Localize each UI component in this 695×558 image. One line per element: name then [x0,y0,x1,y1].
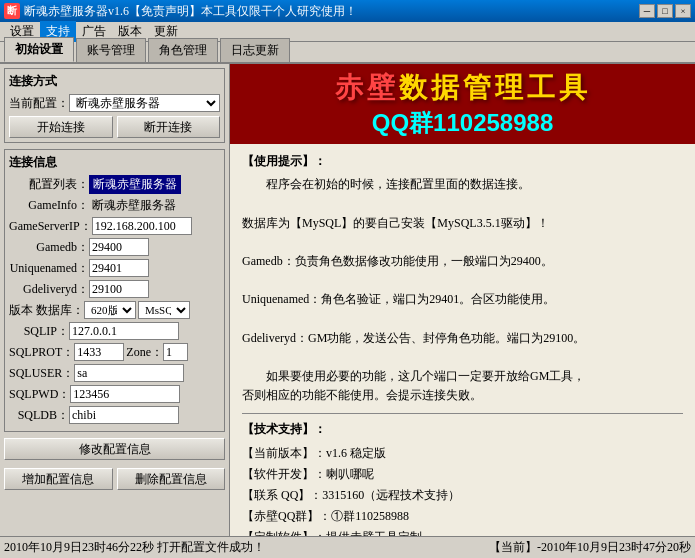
version-row: 版本 数据库： 620版本 MsSQL库 [9,301,220,319]
qq-text: QQ群110258988 [372,107,553,139]
gdeliveryd-label: Gdeliveryd： [9,281,89,298]
left-panel: 连接方式 当前配置： 断魂赤壁服务器 开始连接 断开连接 连接信息 配置列表： … [0,64,230,536]
usage-tip-5: Gdeliveryd：GM功能，发送公告、封停角色功能。端口为29100。 [242,329,683,348]
info-section: 连接信息 配置列表： 断魂赤壁服务器 GameInfo： 断魂赤壁服务器 Gam… [4,149,225,432]
gamedb-label: Gamedb： [9,239,89,256]
window-title: 断魂赤壁服务器v1.6【免责声明】本工具仅限干个人研究使用！ [24,3,639,20]
uniquenamed-label: Uniquenamed： [9,260,89,277]
config-list-row: 配置列表： 断魂赤壁服务器 [9,175,220,194]
start-connect-button[interactable]: 开始连接 [9,116,113,138]
delete-config-button[interactable]: 删除配置信息 [117,468,226,490]
modify-config-button[interactable]: 修改配置信息 [4,438,225,460]
uniquenamed-input[interactable] [89,259,149,277]
tab-bar: 初始设置 账号管理 角色管理 日志更新 [0,42,695,64]
tab-log-update[interactable]: 日志更新 [220,38,290,62]
right-header: 赤壁数据管理工具 QQ群110258988 [230,64,695,144]
right-panel: 赤壁数据管理工具 QQ群110258988 【使用提示】： 程序会在初始的时候，… [230,64,695,536]
sqlprot-input[interactable] [74,343,124,361]
tech-row-2: 【软件开发】：喇叭哪呢 [242,465,683,484]
tech-row-5: 【定制软件】：提供赤壁工具定制 [242,528,683,536]
sqlip-input[interactable] [69,322,179,340]
divider [242,413,683,414]
zone-label: Zone： [126,344,163,361]
config-list-label: 配置列表： [9,176,89,193]
tech-support-section: 【技术支持】： 【当前版本】：v1.6 稳定版 【软件开发】：喇叭哪呢 【联系 … [242,420,683,536]
sqlip-label: SQLIP： [9,323,69,340]
title-bar: 断 断魂赤壁服务器v1.6【免责声明】本工具仅限干个人研究使用！ ─ □ × [0,0,695,22]
sqlip-row: SQLIP： [9,322,220,340]
gameinfo-label: GameInfo： [9,197,89,214]
sqluser-label: SQLUSER： [9,365,74,382]
gameserverip-input[interactable] [92,217,192,235]
usage-tips-section: 【使用提示】： 程序会在初始的时候，连接配置里面的数据连接。 数据库为【MySQ… [242,152,683,405]
usage-tip-1: 程序会在初始的时候，连接配置里面的数据连接。 [242,175,683,194]
uniquenamed-row: Uniquenamed： [9,259,220,277]
version-select[interactable]: 620版本 [84,301,136,319]
sqldb-input[interactable] [69,406,179,424]
tech-row-1: 【当前版本】：v1.6 稳定版 [242,444,683,463]
gdeliveryd-row: Gdeliveryd： [9,280,220,298]
sqldb-label: SQLDB： [9,407,69,424]
connect-buttons: 开始连接 断开连接 [9,116,220,138]
usage-tip-7: 否则相应的功能不能使用。会提示连接失败。 [242,386,683,405]
sqlprot-label: SQLPROT： [9,344,74,361]
current-config-label: 当前配置： [9,95,69,112]
tab-role-management[interactable]: 角色管理 [148,38,218,62]
app-icon: 断 [4,3,20,19]
sqluser-row: SQLUSER： [9,364,220,382]
tech-row-3: 【联系 QQ】：3315160（远程技术支持） [242,486,683,505]
gameinfo-value: 断魂赤壁服务器 [92,197,176,214]
config-list-value: 断魂赤壁服务器 [89,175,181,194]
tab-initial-settings[interactable]: 初始设置 [4,37,74,62]
usage-tip-6: 如果要使用必要的功能，这几个端口一定要开放给GM工具， [242,367,683,386]
sqlpwd-label: SQLPWD： [9,386,70,403]
connect-section-title: 连接方式 [9,73,220,90]
sqlprot-row: SQLPROT： Zone： [9,343,220,361]
config-select[interactable]: 断魂赤壁服务器 [69,94,220,112]
connect-section: 连接方式 当前配置： 断魂赤壁服务器 开始连接 断开连接 [4,68,225,143]
stop-connect-button[interactable]: 断开连接 [117,116,221,138]
gdeliveryd-input[interactable] [89,280,149,298]
gamedb-input[interactable] [89,238,149,256]
maximize-button[interactable]: □ [657,4,673,18]
usage-tip-4: Uniquenamed：角色名验证，端口为29401。合区功能使用。 [242,290,683,309]
gamedb-row: Gamedb： [9,238,220,256]
status-right-text: 【当前】-2010年10月9日23时47分20秒 [489,539,691,556]
minimize-button[interactable]: ─ [639,4,655,18]
header-title-part2: 数据管理工具 [399,72,591,103]
gameserverip-row: GameServerIP： [9,217,220,235]
right-header-title: 赤壁数据管理工具 [335,69,591,107]
gameinfo-row: GameInfo： 断魂赤壁服务器 [9,197,220,214]
window-controls: ─ □ × [639,4,691,18]
zone-input[interactable] [163,343,188,361]
gameserverip-label: GameServerIP： [9,218,92,235]
sqlpwd-row: SQLPWD： [9,385,220,403]
usage-tip-2: 数据库为【MySQL】的要自己安装【MySQL3.5.1驱动】！ [242,214,683,233]
db-type-select[interactable]: MsSQL库 [138,301,190,319]
sqluser-input[interactable] [74,364,184,382]
usage-tip-3: Gamedb：负责角色数据修改功能使用，一般端口为29400。 [242,252,683,271]
right-content: 【使用提示】： 程序会在初始的时候，连接配置里面的数据连接。 数据库为【MySQ… [230,144,695,536]
status-left-text: 2010年10月9日23时46分22秒 打开配置文件成功！ [4,539,489,556]
status-bar: 2010年10月9日23时46分22秒 打开配置文件成功！ 【当前】-2010年… [0,536,695,558]
info-section-title: 连接信息 [9,154,220,171]
close-button[interactable]: × [675,4,691,18]
bottom-config-buttons: 增加配置信息 删除配置信息 [4,468,225,490]
header-title-part1: 赤壁 [335,72,399,103]
sqlpwd-input[interactable] [70,385,180,403]
current-config-row: 当前配置： 断魂赤壁服务器 [9,94,220,112]
sqldb-row: SQLDB： [9,406,220,424]
tech-support-title: 【技术支持】： [242,420,683,439]
add-config-button[interactable]: 增加配置信息 [4,468,113,490]
usage-tips-title: 【使用提示】： [242,152,683,171]
version-db-label: 版本 数据库： [9,302,84,319]
tech-row-4: 【赤壁QQ群】：①群110258988 [242,507,683,526]
main-layout: 连接方式 当前配置： 断魂赤壁服务器 开始连接 断开连接 连接信息 配置列表： … [0,64,695,536]
tab-account-management[interactable]: 账号管理 [76,38,146,62]
